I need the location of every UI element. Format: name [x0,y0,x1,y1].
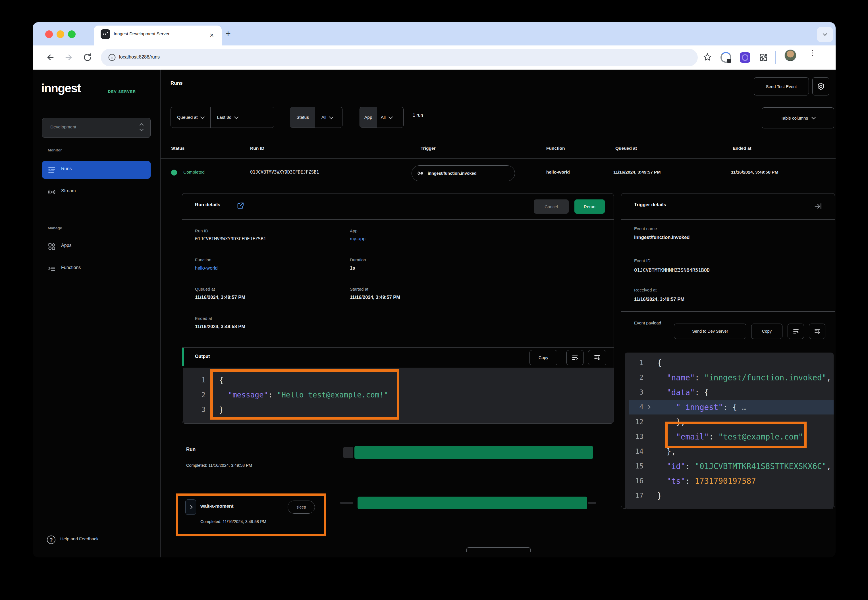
timeline-run-label[interactable]: Run [186,447,196,452]
sidebar-item-stream-label: Stream [61,188,76,194]
inngest-favicon-icon [101,29,110,39]
line-number: 3 [188,406,205,414]
profile-avatar[interactable] [785,49,797,61]
send-test-event-label: Send Test Event [766,84,797,89]
queued-at-segment[interactable]: Queued at [171,107,210,127]
output-header: Output Copy [182,347,614,367]
app-link[interactable]: my-app [350,236,366,241]
chevron-down-icon [329,115,334,119]
field-label: App [350,229,358,233]
status-filter-value: All [322,115,326,120]
cancel-label: Cancel [545,204,558,209]
sidebar-item-functions[interactable]: Functions [42,260,151,277]
line-number: 12 [629,418,643,426]
scroll-to-bottom-button[interactable] [588,350,606,365]
app-filter-value-segment[interactable]: All [377,107,396,127]
col-header-run-id[interactable]: Run ID [250,146,264,151]
status-filter-value-segment[interactable]: All [315,107,339,127]
app-filter[interactable]: App All [360,107,404,128]
external-link-icon[interactable] [237,202,244,209]
field-label: Event ID [634,258,651,263]
browser-menu-icon[interactable]: ⋮ [809,51,816,55]
fold-chevron-icon[interactable] [643,406,654,409]
cancel-button[interactable]: Cancel [534,199,569,214]
line-number: 4 [629,403,643,411]
extensions-puzzle-icon[interactable] [759,53,768,62]
sidebar-item-stream[interactable]: Stream [42,183,151,201]
step-duration-bar[interactable] [358,497,587,509]
search-tabs-button[interactable] [817,27,833,42]
code-text: "email": "test@example.com" [657,432,803,441]
trigger-pill[interactable]: inngest/function.invoked [411,165,515,181]
col-header-ended[interactable]: Ended at [733,146,751,151]
traffic-close-button[interactable] [45,30,53,38]
output-title: Output [195,354,210,359]
tab-close-icon[interactable]: × [210,30,214,40]
bookmark-star-icon[interactable] [703,53,712,62]
status-filter[interactable]: Status All [290,107,343,128]
rerun-button[interactable]: Rerun [574,199,605,214]
code-text: } [219,405,224,414]
step-name[interactable]: wait-a-moment [200,503,233,509]
table-columns-button[interactable]: Table columns [762,108,834,129]
time-range-segment[interactable]: Last 3d [211,107,244,127]
browser-tab[interactable]: Inngest Development Server × [94,26,222,45]
code-text: "ts": 1731790197587 [657,476,756,485]
back-icon[interactable] [46,53,55,62]
collapse-panel-icon[interactable] [814,202,822,210]
timeline-run-completed: Completed: 11/16/2024, 3:49:58 PM [186,463,252,468]
code-line: 1{ [629,355,834,370]
line-number: 14 [629,447,643,455]
status-filter-label-segment: Status [290,107,315,127]
help-icon: ? [47,535,55,544]
field-label: Run ID [195,229,208,233]
reload-icon[interactable] [83,53,93,62]
step-expand-button[interactable] [185,499,196,515]
send-to-dev-server-button[interactable]: Send to Dev Server [674,324,747,339]
app-filter-label: App [364,115,372,120]
function-link[interactable]: hello-world [195,265,218,271]
output-copy-button[interactable]: Copy [530,350,557,365]
site-info-icon[interactable] [108,53,116,62]
run-duration-bar[interactable] [354,446,593,459]
queued-at-filter[interactable]: Queued at Last 3d [170,107,274,128]
browser-tabstrip: Inngest Development Server × + [33,22,836,45]
trigger-pill-label: inngest/function.invoked [428,171,476,176]
col-header-trigger[interactable]: Trigger [420,146,436,151]
sidebar-item-runs[interactable]: Runs [42,161,151,179]
col-header-function[interactable]: Function [546,146,565,151]
line-number: 16 [629,477,643,485]
status-dot-icon [171,170,177,176]
sidebar-item-apps[interactable]: Apps [42,238,151,255]
payload-divider [621,311,835,312]
payload-copy-button[interactable]: Copy [751,324,783,339]
url-bar[interactable]: localhost:8288/runs [101,49,698,66]
event-signal-icon [417,170,424,177]
page-title: Runs [170,80,183,86]
col-header-queued[interactable]: Queued at [615,146,637,151]
traffic-minimize-button[interactable] [56,30,64,38]
run-count: 1 run [413,113,423,118]
help-and-feedback-link[interactable]: Help and Feedback [60,536,98,541]
password-manager-extension-icon[interactable] [721,52,731,63]
settings-gear-button[interactable] [812,77,829,95]
field-value: 01JCVBTMV3WXY9D3CFDEJFZSB1 [195,236,266,241]
word-wrap-button[interactable] [566,350,584,365]
environment-select[interactable]: Development [42,118,151,138]
code-line: 1{ [188,373,614,388]
send-test-event-button[interactable]: Send Test Event [754,77,809,95]
code-text: }, [657,447,676,456]
tab-title: Inngest Development Server [114,31,169,36]
code-text: "id": "01JCVBTMTKR41S8STTKEXSKX6C", [657,462,832,471]
col-header-status[interactable]: Status [171,146,184,151]
forward-icon[interactable] [64,53,74,62]
payload-word-wrap-button[interactable] [788,324,804,339]
line-number: 13 [629,433,643,441]
new-tab-button[interactable]: + [225,29,231,38]
row-run-id: 01JCVBTMV3WXY9D3CFDEJFZSB1 [250,170,319,175]
payload-scroll-bottom-button[interactable] [809,324,826,339]
traffic-zoom-button[interactable] [68,30,76,38]
code-line: 3} [188,402,614,417]
purple-extension-icon[interactable] [740,52,750,63]
word-wrap-icon [792,328,800,335]
